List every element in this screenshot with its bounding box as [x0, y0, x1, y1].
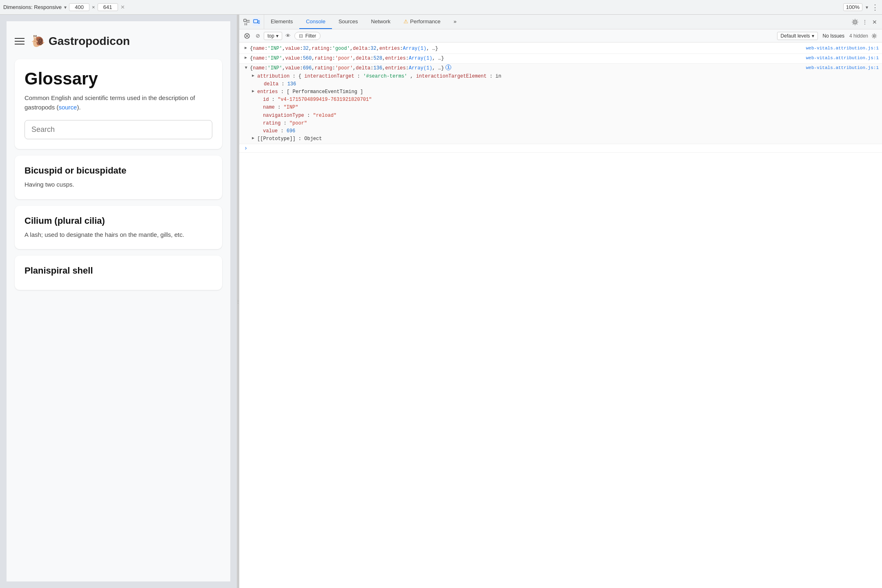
webpage-content: 🐌 Gastropodicon Glossary Common English … [7, 21, 230, 581]
responsive-mode-icon[interactable] [252, 18, 261, 26]
tab-network[interactable]: Network [365, 15, 397, 29]
console-line-1: { name : 'INP' , value : 32 , rating : '… [250, 45, 879, 53]
console-line-2: { name : 'INP' , value : 560 , rating : … [250, 55, 879, 62]
source-link-3[interactable]: web-vitals.attribution.js:1 [806, 65, 879, 72]
log-levels-dropdown[interactable]: Default levels ▾ [777, 32, 818, 40]
settings-icon[interactable] [851, 18, 859, 26]
entries-line: ▶ entries : [ PerformanceEventTiming ] [243, 88, 879, 96]
term-card-planispiral: Planispiral shell [15, 256, 222, 290]
levels-arrow: ▾ [812, 33, 814, 39]
svg-point-3 [854, 21, 856, 23]
console-prompt-row: › [239, 144, 882, 153]
console-content-2: { name : 'INP' , value : 560 , rating : … [250, 55, 879, 62]
delta-line: delta : 136 [243, 80, 879, 88]
dropdown-arrow: ▾ [64, 4, 67, 10]
width-value[interactable]: 400 [69, 3, 89, 11]
webpage-pane: 🐌 Gastropodicon Glossary Common English … [0, 15, 237, 588]
term-desc: A lash; used to designate the hairs on t… [24, 230, 212, 240]
svg-rect-2 [258, 21, 260, 23]
term-card-cilium: Cilium (plural cilia) A lash; used to de… [15, 206, 222, 249]
devtools-tabs: Elements Console Sources Network ⚠ Perfo… [264, 15, 848, 29]
console-output[interactable]: ▶ { name : 'INP' , value : 32 , rating : [239, 42, 882, 588]
eye-icon[interactable]: 👁 [284, 31, 293, 40]
console-content-1: { name : 'INP' , value : 32 , rating : '… [250, 45, 879, 53]
source-link-2[interactable]: web-vitals.attribution.js:1 [806, 55, 879, 62]
close-devtools-icon[interactable]: ✕ [871, 18, 879, 26]
prompt-arrow-icon: › [244, 144, 247, 153]
expand-arrow-attribution[interactable]: ▶ [250, 73, 256, 79]
more-devtools-icon[interactable]: ⋮ [861, 18, 869, 26]
devtools-action-icons: ⋮ ✕ [848, 18, 882, 26]
console-content-3: { name : 'INP' , value : 696 , rating : … [250, 65, 879, 72]
context-dropdown[interactable]: top ▾ [264, 32, 282, 40]
snail-icon: 🐌 [31, 34, 45, 48]
zoom-arrow: ▾ [866, 4, 868, 10]
console-line-3: { name : 'INP' , value : 696 , rating : … [250, 65, 879, 72]
expand-arrow-prototype[interactable]: ▶ [250, 135, 256, 142]
hidden-count-badge: 4 hidden [849, 33, 868, 39]
expand-arrow-2[interactable]: ▶ [243, 55, 249, 61]
main-split: 🐌 Gastropodicon Glossary Common English … [0, 15, 882, 588]
hamburger-menu-icon[interactable] [15, 38, 24, 45]
console-row-1[interactable]: ▶ { name : 'INP' , value : 32 , rating : [239, 44, 882, 54]
info-icon[interactable]: i [445, 65, 451, 70]
source-link[interactable]: source [58, 104, 77, 111]
dimensions-label: Dimensions: Responsive [3, 4, 62, 10]
filter-button[interactable]: ⊟ Filter [294, 32, 321, 40]
filter-icon: ⊟ [299, 33, 303, 39]
attribution-line: ▶ attribution : { interactionTarget : '#… [243, 73, 879, 80]
console-settings-icon[interactable] [870, 31, 879, 40]
term-title: Planispiral shell [24, 265, 212, 276]
glossary-title: Glossary [24, 69, 212, 89]
console-row-3-main: ▶ { name : 'INP' , value : 696 , [243, 65, 879, 72]
clear-console-icon[interactable] [243, 31, 252, 40]
expand-arrow-entries[interactable]: ▶ [250, 88, 256, 95]
tab-performance[interactable]: ⚠ Performance [397, 15, 447, 29]
close-icon: ✕ [120, 4, 125, 10]
more-options-icon[interactable]: ⋮ [871, 3, 879, 12]
term-desc: Having two cusps. [24, 180, 212, 189]
name-line: name : "INP" [243, 104, 879, 111]
svg-rect-1 [254, 20, 258, 23]
tab-elements[interactable]: Elements [264, 15, 299, 29]
devtools-header: Elements Console Sources Network ⚠ Perfo… [239, 15, 882, 29]
performance-warning-icon: ⚠ [403, 18, 408, 24]
glossary-card: Glossary Common English and scientific t… [15, 59, 222, 149]
value-line: value : 696 [243, 127, 879, 135]
term-title: Bicuspid or bicuspidate [24, 165, 212, 176]
site-name: Gastropodicon [49, 35, 130, 48]
svg-point-5 [873, 35, 875, 37]
top-toolbar: Dimensions: Responsive ▾ 400 × 641 ✕ 100… [0, 0, 882, 15]
toolbar-left: Dimensions: Responsive ▾ 400 × 641 ✕ [3, 3, 840, 11]
id-line: id : "v4-1715704899419-7631921820701" [243, 96, 879, 104]
navigation-type-line: navigationType : "reload" [243, 112, 879, 120]
expand-arrow-1[interactable]: ▶ [243, 45, 249, 51]
x-separator: × [92, 4, 95, 10]
height-value[interactable]: 641 [98, 3, 118, 11]
devtools-pane: Elements Console Sources Network ⚠ Perfo… [239, 15, 882, 588]
zoom-value[interactable]: 100% [843, 3, 862, 11]
prompt-indicator: › [243, 145, 249, 151]
svg-rect-0 [244, 19, 246, 22]
term-card-bicuspid: Bicuspid or bicuspidate Having two cusps… [15, 156, 222, 199]
console-row-2[interactable]: ▶ { name : 'INP' , value : 560 , rating … [239, 54, 882, 64]
term-title: Cilium (plural cilia) [24, 216, 212, 226]
tab-more[interactable]: » [447, 15, 463, 29]
expand-arrow-3[interactable]: ▶ [243, 65, 249, 71]
devtools-secondary-toolbar: ⊘ top ▾ 👁 ⊟ Filter Default levels ▾ No I… [239, 29, 882, 42]
tab-console[interactable]: Console [299, 15, 332, 29]
dropdown-chevron-icon: ▾ [276, 33, 278, 39]
prototype-line: ▶ [[Prototype]] : Object [243, 135, 879, 143]
console-row-3[interactable]: ▶ { name : 'INP' , value : 696 , [239, 64, 882, 144]
no-issues-badge: No Issues [820, 32, 848, 40]
search-input[interactable] [24, 120, 212, 139]
stop-recording-icon[interactable]: ⊘ [253, 31, 262, 40]
rating-line: rating : "poor" [243, 120, 879, 127]
glossary-description: Common English and scientific terms used… [24, 94, 212, 112]
source-link-1[interactable]: web-vitals.attribution.js:1 [806, 45, 879, 52]
tab-sources[interactable]: Sources [332, 15, 365, 29]
site-logo: 🐌 Gastropodicon [31, 34, 130, 48]
site-header: 🐌 Gastropodicon [15, 29, 222, 53]
devtools-panel-icons [239, 15, 264, 29]
inspect-element-icon[interactable] [243, 18, 251, 26]
